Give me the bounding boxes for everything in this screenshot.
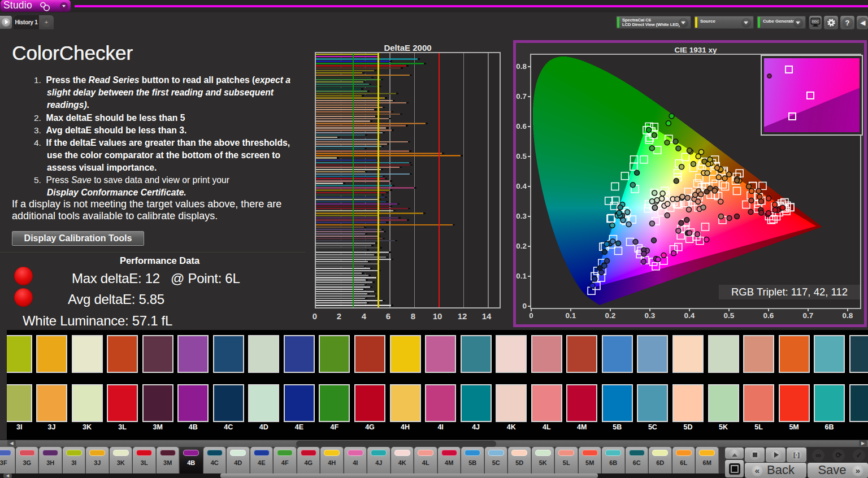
- svg-text:DDC: DDC: [812, 20, 819, 23]
